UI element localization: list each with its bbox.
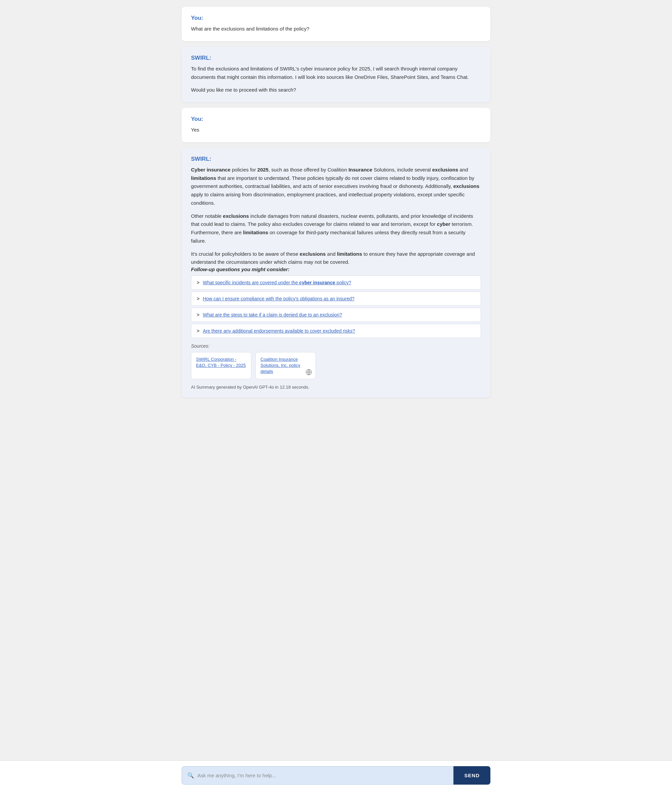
swirl-rich-message: SWIRL:Cyber insurance policies for 2025,… <box>182 148 490 398</box>
swirl-text: To find the exclusions and limitations o… <box>191 65 481 94</box>
swirl-paragraph: Cyber insurance policies for 2025, such … <box>191 166 481 207</box>
follow-up-list: >What specific incidents are covered und… <box>191 275 481 338</box>
swirl-paragraph: To find the exclusions and limitations o… <box>191 65 481 82</box>
user-text: Yes <box>191 126 481 134</box>
input-bar: 🔍 SEND <box>0 760 672 790</box>
user-label: You: <box>191 116 481 123</box>
swirl-message: SWIRL:To find the exclusions and limitat… <box>182 46 490 102</box>
follow-up-link[interactable]: What specific incidents are covered unde… <box>203 280 351 285</box>
ai-summary-note: AI Summary generated by OpenAI GPT-4o in… <box>191 385 481 390</box>
follow-up-link[interactable]: How can I ensure compliance with the pol… <box>203 296 354 301</box>
user-message: You:What are the exclusions and limitati… <box>182 7 490 41</box>
swirl-paragraph: It's crucial for policyholders to be awa… <box>191 250 481 267</box>
send-button[interactable]: SEND <box>453 766 490 785</box>
follow-up-arrow: > <box>197 312 199 317</box>
follow-up-arrow: > <box>197 328 199 334</box>
user-label: You: <box>191 15 481 21</box>
input-wrapper: 🔍 <box>182 766 453 785</box>
follow-up-item[interactable]: >How can I ensure compliance with the po… <box>191 292 481 306</box>
follow-up-item[interactable]: >Are there any additional endorsements a… <box>191 324 481 338</box>
follow-up-item[interactable]: >What specific incidents are covered und… <box>191 275 481 289</box>
sources-list: SWIRL Corporation - E&O, CYB - Policy - … <box>191 352 481 379</box>
input-bar-inner: 🔍 SEND <box>182 766 490 785</box>
swirl-paragraph: Would you like me to proceed with this s… <box>191 86 481 94</box>
follow-up-link[interactable]: Are there any additional endorsements av… <box>203 328 355 334</box>
follow-up-label: Follow-up questions you might consider: <box>191 267 481 272</box>
follow-up-arrow: > <box>197 280 199 285</box>
user-message: You:Yes <box>182 108 490 142</box>
swirl-rich-text: Cyber insurance policies for 2025, such … <box>191 166 481 267</box>
source-card[interactable]: SWIRL Corporation - E&O, CYB - Policy - … <box>191 352 251 379</box>
search-icon: 🔍 <box>187 772 194 779</box>
sources-label: Sources: <box>191 343 481 349</box>
source-card[interactable]: Coalition Insurance Solutions, Inc. poli… <box>256 352 316 379</box>
chat-input[interactable] <box>197 766 448 784</box>
swirl-label: SWIRL: <box>191 55 481 61</box>
follow-up-arrow: > <box>197 296 199 301</box>
user-text: What are the exclusions and limitations … <box>191 25 481 33</box>
chat-container: You:What are the exclusions and limitati… <box>182 7 490 438</box>
follow-up-link[interactable]: What are the steps to take if a claim is… <box>203 312 342 317</box>
follow-up-item[interactable]: >What are the steps to take if a claim i… <box>191 308 481 322</box>
swirl-paragraph: Other notable exclusions include damages… <box>191 212 481 245</box>
swirl-label: SWIRL: <box>191 156 481 162</box>
source-card-link[interactable]: SWIRL Corporation - E&O, CYB - Policy - … <box>196 357 246 368</box>
source-card-link[interactable]: Coalition Insurance Solutions, Inc. poli… <box>261 357 311 375</box>
globe-icon <box>306 369 312 376</box>
